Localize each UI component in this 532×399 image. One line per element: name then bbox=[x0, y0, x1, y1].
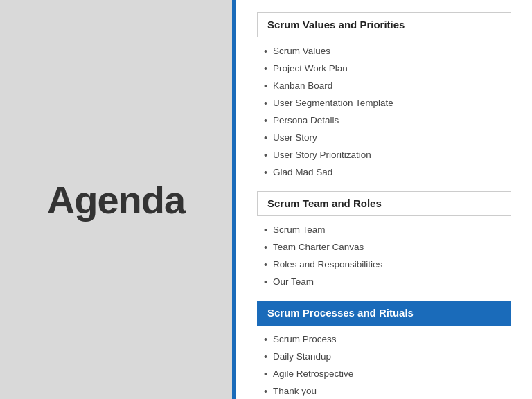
list-item: •Scrum Values bbox=[264, 43, 511, 60]
bullet-icon: • bbox=[264, 275, 267, 290]
list-item: •Roles and Responsibilities bbox=[264, 256, 511, 274]
item-label: Glad Mad Sad bbox=[273, 166, 332, 179]
list-item: •Scrum Team bbox=[264, 222, 511, 239]
list-item: •Daily Standup bbox=[264, 348, 511, 366]
list-item: •Our Team bbox=[264, 274, 511, 291]
list-item: •Glad Mad Sad bbox=[264, 164, 511, 181]
section-header-0: Scrum Values and Priorities bbox=[257, 12, 511, 37]
bullet-icon: • bbox=[264, 223, 267, 238]
item-label: Daily Standup bbox=[273, 350, 331, 364]
item-label: User Segmentation Template bbox=[273, 96, 393, 110]
list-item: •Kanban Board bbox=[264, 78, 511, 95]
section-items-1: •Scrum Team•Team Charter Canvas•Roles an… bbox=[257, 222, 511, 291]
item-label: User Story Prioritization bbox=[273, 148, 371, 162]
item-label: Scrum Process bbox=[273, 332, 337, 346]
bullet-icon: • bbox=[264, 332, 267, 347]
bullet-icon: • bbox=[264, 131, 267, 145]
item-label: Roles and Responsibilities bbox=[273, 258, 382, 272]
item-label: User Story bbox=[273, 131, 317, 145]
item-label: Thank you bbox=[273, 384, 317, 398]
list-item: •User Story Prioritization bbox=[264, 147, 511, 164]
section-items-2: •Scrum Process•Daily Standup•Agile Retro… bbox=[257, 331, 511, 399]
section-header-text-1: Scrum Team and Roles bbox=[267, 197, 382, 209]
bullet-icon: • bbox=[264, 96, 267, 111]
item-label: Team Charter Canvas bbox=[273, 240, 364, 254]
item-label: Scrum Values bbox=[273, 44, 330, 58]
right-panel: Scrum Values and Priorities•Scrum Values… bbox=[236, 0, 532, 399]
list-item: •Persona Details bbox=[264, 112, 511, 130]
bullet-icon: • bbox=[264, 79, 267, 94]
item-label: Kanban Board bbox=[273, 79, 332, 93]
bullet-icon: • bbox=[264, 166, 267, 180]
bullet-icon: • bbox=[264, 148, 267, 163]
item-label: Project Work Plan bbox=[273, 62, 348, 76]
section-1: Scrum Team and Roles•Scrum Team•Team Cha… bbox=[257, 191, 511, 294]
section-header-text-0: Scrum Values and Priorities bbox=[267, 19, 405, 30]
section-header-1: Scrum Team and Roles bbox=[257, 191, 511, 216]
bullet-icon: • bbox=[264, 367, 267, 382]
list-item: •Thank you bbox=[264, 383, 511, 399]
bullet-icon: • bbox=[264, 384, 267, 399]
list-item: •User Story bbox=[264, 130, 511, 147]
left-panel: Agenda bbox=[0, 0, 232, 399]
bullet-icon: • bbox=[264, 240, 267, 255]
item-label: Agile Retrospective bbox=[273, 367, 353, 381]
item-label: Scrum Team bbox=[273, 223, 326, 237]
bullet-icon: • bbox=[264, 350, 267, 364]
item-label: Persona Details bbox=[273, 114, 339, 127]
section-2: Scrum Processes and Rituals•Scrum Proces… bbox=[257, 301, 511, 399]
bullet-icon: • bbox=[264, 62, 267, 76]
section-items-0: •Scrum Values•Project Work Plan•Kanban B… bbox=[257, 43, 511, 181]
item-label: Our Team bbox=[273, 275, 314, 289]
section-header-text-2: Scrum Processes and Rituals bbox=[267, 307, 414, 319]
bullet-icon: • bbox=[264, 44, 267, 59]
list-item: •User Segmentation Template bbox=[264, 95, 511, 112]
list-item: •Project Work Plan bbox=[264, 60, 511, 78]
bullet-icon: • bbox=[264, 114, 267, 128]
list-item: •Agile Retrospective bbox=[264, 366, 511, 383]
section-header-2: Scrum Processes and Rituals bbox=[257, 301, 511, 326]
list-item: •Scrum Process bbox=[264, 331, 511, 348]
bullet-icon: • bbox=[264, 258, 267, 272]
section-0: Scrum Values and Priorities•Scrum Values… bbox=[257, 12, 511, 184]
list-item: •Team Charter Canvas bbox=[264, 239, 511, 256]
agenda-title: Agenda bbox=[47, 177, 185, 222]
